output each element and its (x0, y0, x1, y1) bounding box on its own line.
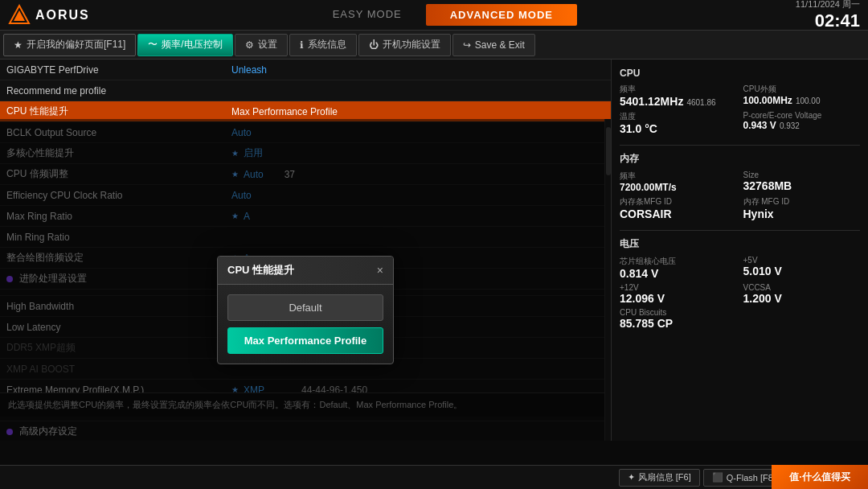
cpu-freq-label: 频率 (620, 84, 737, 95)
biscuits-label: CPU Biscuits (620, 308, 737, 317)
favorite-btn[interactable]: ★ 开启我的偏好页面[F11] (3, 34, 136, 56)
cpu-ext-label: CPU外频 (743, 84, 861, 95)
divider-2 (620, 230, 860, 231)
info-icon: ℹ (300, 39, 304, 51)
cpu-temp-label: 温度 (620, 111, 737, 122)
save-exit-label: Save & Exit (475, 39, 525, 51)
mode-tabs: EASY MODE ADVANCED MODE (309, 3, 577, 27)
vccsa-label: VCCSA (743, 283, 861, 292)
mem-section: 内存 频率 7200.00MT/s Size 32768MB 内存条MFG ID… (620, 152, 860, 220)
date-display: 11/11/2024 周一 (796, 0, 860, 10)
chip-volt-label: 芯片组核心电压 (620, 256, 737, 267)
settings-btn[interactable]: ⚙ 设置 (235, 34, 288, 56)
volt-section: 电压 芯片组核心电压 0.814 V +5V 5.010 V +12V 12.0… (620, 237, 860, 330)
fan-info-btn[interactable]: ✦ 风扇信息 [F6] (619, 469, 700, 487)
cpu-performance-modal: CPU 性能提升 × Default Max Performance Profi… (217, 256, 394, 364)
modal-title: CPU 性能提升 (227, 263, 294, 277)
cpu-section: CPU 频率 5401.12MHz 4601.86 CPU外频 100.00MH… (620, 68, 860, 135)
cpu-ext-value: 100.00MHz (743, 95, 792, 106)
advanced-mode-tab[interactable]: ADVANCED MODE (426, 4, 577, 26)
cpu-volt-sub: 0.932 (780, 121, 800, 130)
mem-freq-item: 频率 7200.00MT/s (620, 171, 737, 193)
volt-section-title: 电压 (620, 237, 860, 251)
vccsa-value: 1.200 V (743, 292, 861, 305)
cpu-freq-value: 5401.12MHz (620, 95, 683, 108)
vccsa-item: VCCSA 1.200 V (743, 283, 861, 305)
five-volt-label: +5V (743, 256, 861, 265)
sysinfo-label: 系统信息 (308, 38, 346, 51)
flash-icon: ⬛ (712, 472, 723, 483)
logo-text: AORUS (35, 8, 90, 23)
cpu-temp-item: 温度 31.0 °C (620, 111, 737, 135)
cpu-ext-item: CPU外频 100.00MHz 100.00 (743, 84, 861, 108)
power-icon: ⏻ (369, 39, 379, 51)
cpu-volt-item: P-core/E-core Voltage 0.943 V 0.932 (743, 111, 861, 135)
mem-section-title: 内存 (620, 152, 860, 166)
twelve-volt-item: +12V 12.096 V (620, 283, 737, 305)
logo: AORUS (8, 4, 90, 27)
five-volt-value: 5.010 V (743, 265, 861, 277)
modal-option-max-perf[interactable]: Max Performance Profile (227, 327, 383, 354)
chip-volt-value: 0.814 V (620, 267, 737, 280)
fan-info-label: 风扇信息 [F6] (638, 471, 691, 483)
save-icon: ↪ (463, 39, 471, 51)
qflash-label: Q-Flash [F8] (727, 473, 776, 483)
divider-1 (620, 145, 860, 146)
mem-size-value: 32768MB (743, 179, 861, 192)
twelve-volt-label: +12V (620, 283, 737, 292)
settings-label: 设置 (258, 38, 277, 51)
mem-size-item: Size 32768MB (743, 171, 861, 193)
cpu-freq-sub: 4601.86 (686, 98, 715, 107)
cpu-volt-label: P-core/E-core Voltage (743, 111, 861, 120)
save-exit-btn[interactable]: ↪ Save & Exit (452, 34, 535, 56)
star-icon: ★ (14, 39, 23, 51)
table-row[interactable]: Recommend me profile (0, 80, 611, 101)
mem-mfg2-item: 内存 MFG ID Hynix (743, 196, 861, 220)
mem-size-label: Size (743, 171, 861, 179)
sysinfo-btn[interactable]: ℹ 系统信息 (289, 34, 357, 56)
five-volt-item: +5V 5.010 V (743, 256, 861, 280)
modal-option-default[interactable]: Default (227, 294, 383, 321)
top-bar: AORUS EASY MODE ADVANCED MODE 11/11/2024… (0, 0, 868, 31)
nav-bar: ★ 开启我的偏好页面[F11] 〜 频率/电压控制 ⚙ 设置 ℹ 系统信息 ⏻ … (0, 31, 868, 60)
biscuits-value: 85.785 CP (620, 317, 737, 330)
left-panel: GIGABYTE PerfDrive Unleash Recommend me … (0, 60, 611, 441)
cpu-temp-value: 31.0 °C (620, 122, 737, 135)
modal-body: Default Max Performance Profile (218, 285, 393, 364)
freq-volt-btn[interactable]: 〜 频率/电压控制 (137, 34, 232, 56)
bottom-bar: ✦ 风扇信息 [F6] ⬛ Q-Flash [F8] ? 说明 🔍 值·什么值得… (0, 465, 868, 489)
mem-mfg-item: 内存条MFG ID CORSAIR (620, 196, 737, 220)
twelve-volt-value: 12.096 V (620, 292, 737, 305)
table-row[interactable]: GIGABYTE PerfDrive Unleash (0, 60, 611, 80)
modal-close-button[interactable]: × (377, 264, 383, 277)
favorite-label: 开启我的偏好页面[F11] (27, 38, 125, 51)
time-display: 02:41 (796, 10, 860, 31)
mem-mfg2-value: Hynix (743, 208, 861, 220)
mem-freq-label: 频率 (620, 171, 737, 182)
brand-text: 值·什么值得买 (789, 471, 850, 484)
biscuits-item: CPU Biscuits 85.785 CP (620, 308, 737, 330)
right-panel: CPU 频率 5401.12MHz 4601.86 CPU外频 100.00MH… (611, 60, 868, 441)
modal-overlay: CPU 性能提升 × Default Max Performance Profi… (0, 119, 611, 441)
boot-btn[interactable]: ⏻ 开机功能设置 (358, 34, 451, 56)
mem-mfg2-label: 内存 MFG ID (743, 196, 861, 208)
wave-icon: 〜 (148, 38, 158, 51)
brand-logo: 值·什么值得买 (772, 465, 868, 489)
datetime: 11/11/2024 周一 02:41 (796, 0, 860, 31)
gear-icon: ⚙ (245, 39, 254, 51)
mem-freq-value: 7200.00MT/s (620, 182, 737, 193)
main-content: GIGABYTE PerfDrive Unleash Recommend me … (0, 60, 868, 441)
boot-label: 开机功能设置 (383, 38, 440, 51)
easy-mode-tab[interactable]: EASY MODE (309, 3, 426, 27)
mem-mfg-value: CORSAIR (620, 208, 737, 220)
modal-header: CPU 性能提升 × (218, 257, 393, 285)
cpu-volt-value: 0.943 V (743, 120, 776, 131)
fan-icon: ✦ (628, 472, 635, 483)
cpu-freq-item: 频率 5401.12MHz 4601.86 (620, 84, 737, 108)
cpu-section-title: CPU (620, 68, 860, 79)
mem-mfg-label: 内存条MFG ID (620, 196, 737, 208)
chip-volt-item: 芯片组核心电压 0.814 V (620, 256, 737, 280)
freq-volt-label: 频率/电压控制 (162, 38, 222, 51)
cpu-ext-sub: 100.00 (796, 97, 821, 105)
aorus-logo-icon (8, 4, 31, 27)
